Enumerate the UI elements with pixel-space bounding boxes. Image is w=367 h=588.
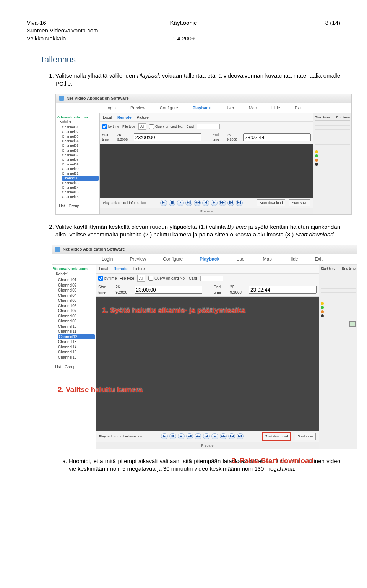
menu-map[interactable]: Map [249,105,257,111]
channel-item[interactable]: Channel15 [58,350,95,355]
filetype-select[interactable]: All [137,275,145,282]
tab-picture[interactable]: Picture [133,266,145,272]
sidebar-group-btn[interactable]: Group [69,204,80,209]
end-time[interactable] [243,133,311,141]
start-time[interactable] [135,286,202,294]
query-card-checkbox[interactable]: Query on card No. [148,276,186,281]
sidebar-group-btn[interactable]: Group [65,364,76,370]
channel-item[interactable]: Channel13 [58,339,95,345]
channel-item[interactable]: Channel08 [62,157,99,162]
channel-item[interactable]: Channel16 [62,194,99,199]
query-card-checkbox[interactable]: Query on card No. [149,124,184,129]
menu-preview[interactable]: Preview [130,256,146,262]
channel-item[interactable]: Channel05 [62,143,99,148]
end-date[interactable]: 26. 9.2008 [227,133,241,142]
channel-item[interactable]: Channel16 [58,355,95,360]
channel-item[interactable]: Channel06 [62,148,99,153]
channel-item[interactable]: Channel04 [62,139,99,143]
channel-item[interactable]: Channel11 [58,329,95,334]
ffwd-icon[interactable]: ▶▶ [220,433,227,439]
channel-item[interactable]: Channel14 [62,185,99,190]
menu-playback[interactable]: Playback [193,105,211,111]
channel-item[interactable]: Channel06 [58,303,95,309]
tab-picture[interactable]: Picture [137,115,149,120]
channel-item[interactable]: Channel01 [58,277,95,283]
menu-exit[interactable]: Exit [315,256,323,262]
channel-item[interactable]: Channel02 [58,283,95,288]
step-icon[interactable]: ▶▮ [186,433,193,439]
tab-remote[interactable]: Remote [114,266,128,272]
channel-item[interactable]: Channel13 [62,181,99,185]
menu-login[interactable]: Login [102,256,113,262]
rewind-icon[interactable]: ◀◀ [195,433,201,439]
channel-item[interactable]: Channel07 [58,308,95,314]
ffwd-icon[interactable]: ▶▶ [219,200,226,206]
start-download-button[interactable]: Start download [262,432,291,440]
menu-playback[interactable]: Playback [200,256,219,262]
bytime-checkbox[interactable]: by time [102,124,119,129]
start-download-button[interactable]: Start download [257,199,285,206]
tab-local[interactable]: Local [103,115,112,120]
menu-user[interactable]: User [225,105,234,111]
channel-item[interactable]: Channel01 [62,125,99,130]
tree-folder[interactable]: Kohde1 [56,272,95,277]
tree-folder[interactable]: Kohde1 [60,120,99,124]
menu-configure[interactable]: Configure [160,105,178,111]
menu-preview[interactable]: Preview [130,105,145,111]
end-date[interactable]: 26. 9.2008 [230,285,247,295]
channel-item[interactable]: Channel07 [62,153,99,157]
fwd-icon[interactable]: ▶ [211,200,218,206]
tree-root[interactable]: Videovalvonta.com [57,115,99,120]
menu-map[interactable]: Map [263,256,271,262]
channel-item[interactable]: Channel11 [62,171,99,176]
back-icon[interactable]: ◀ [203,433,210,439]
end-time[interactable] [249,286,317,294]
play-icon[interactable]: ▶ [160,200,167,206]
channel-item[interactable]: Channel14 [58,345,95,350]
channel-item[interactable]: Channel10 [58,324,95,329]
snapshot-icon[interactable] [349,321,356,327]
channel-item[interactable]: Channel03 [58,288,95,293]
channel-item[interactable]: Channel09 [62,162,99,167]
menu-user[interactable]: User [236,256,246,262]
menu-login[interactable]: Login [106,105,116,111]
channel-item[interactable]: Channel10 [62,167,99,171]
tab-remote[interactable]: Remote [117,115,132,120]
card-input[interactable] [200,276,223,281]
pause-icon[interactable]: ▮▮ [169,433,176,439]
bytime-checkbox[interactable]: by time [98,276,117,281]
channel-item[interactable]: Channel15 [62,190,99,194]
menu-exit[interactable]: Exit [295,105,302,111]
channel-item[interactable]: Channel05 [58,298,95,303]
channel-item[interactable]: Channel08 [58,314,95,319]
start-save-button[interactable]: Start save [295,433,316,440]
pause-icon[interactable]: ▮▮ [169,200,175,206]
channel-item[interactable]: Channel09 [58,319,95,324]
channel-item[interactable]: Channel12 [58,334,95,340]
menu-configure[interactable]: Configure [163,256,183,262]
sidebar-list-btn[interactable]: List [59,204,65,209]
filetype-select[interactable]: All [138,123,146,130]
sidebar-list-btn[interactable]: List [55,364,61,370]
prev-icon[interactable]: ▮◀ [228,433,235,439]
tree-root[interactable]: Videovalvonta.com [53,266,95,272]
stop-icon[interactable]: ■ [178,433,185,439]
rewind-icon[interactable]: ◀◀ [194,200,201,206]
stop-icon[interactable]: ■ [177,200,184,206]
next-icon[interactable]: ▶▮ [236,200,243,206]
step-icon[interactable]: ▶▮ [185,200,192,206]
channel-item[interactable]: Channel03 [62,134,99,139]
tab-local[interactable]: Local [99,266,108,272]
channel-item[interactable]: Channel12 [62,176,99,180]
menu-hide[interactable]: Hide [271,105,280,111]
channel-item[interactable]: Channel04 [58,293,95,298]
back-icon[interactable]: ◀ [202,200,209,206]
menu-hide[interactable]: Hide [289,256,298,262]
fwd-icon[interactable]: ▶ [211,433,218,439]
start-date[interactable]: 26. 9.2008 [115,285,132,295]
card-input[interactable] [197,124,220,129]
prev-icon[interactable]: ▮◀ [227,200,234,206]
start-save-button[interactable]: Start save [289,199,310,206]
next-icon[interactable]: ▶▮ [237,433,244,439]
start-time[interactable] [134,133,201,141]
